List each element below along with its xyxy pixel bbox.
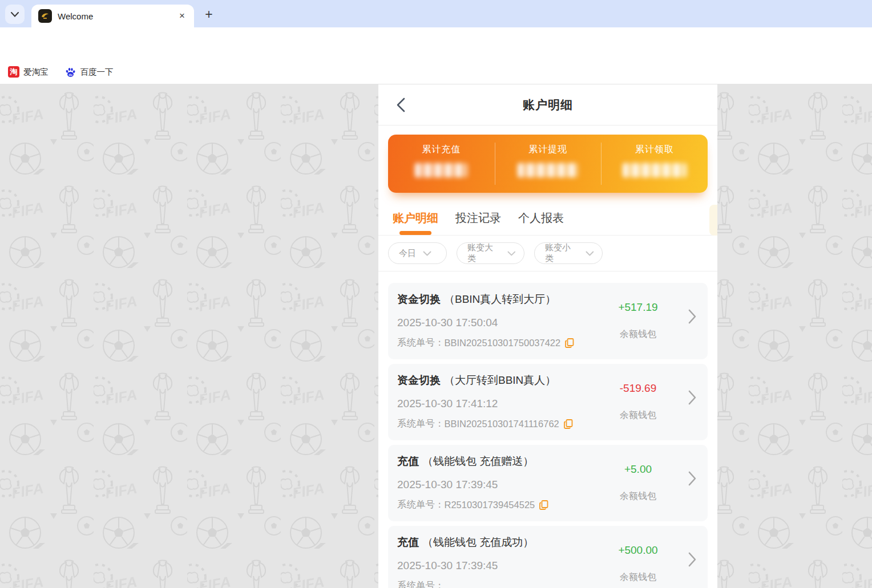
wallet-label: 余额钱包 xyxy=(598,409,678,421)
summary-card[interactable]: 累计充值 累计提现 累计领取 xyxy=(388,135,708,193)
transaction-row[interactable]: 充值 （钱能钱包 充值成功） 2025-10-30 17:39:45 系统单号：… xyxy=(388,526,708,588)
tx-datetime: 2025-10-30 17:39:45 xyxy=(397,478,699,491)
summary-label: 累计提现 xyxy=(528,144,567,156)
tx-order-label: 系统单号： xyxy=(397,417,445,430)
amount: +5.00 xyxy=(598,463,678,476)
section-tabs: 账户明细 投注记录 个人报表 xyxy=(378,210,717,236)
bookmark-label: 爱淘宝 xyxy=(23,67,49,78)
chevron-down-icon xyxy=(507,251,516,256)
transaction-list: 资金切换 （BBIN真人转到大厅） 2025-10-30 17:50:04 系统… xyxy=(378,271,717,588)
wallet-label: 余额钱包 xyxy=(598,571,678,583)
tx-datetime: 2025-10-30 17:39:45 xyxy=(397,559,699,572)
summary-claim: 累计领取 xyxy=(601,135,708,193)
tx-detail: （钱能钱包 充值成功） xyxy=(422,535,534,550)
chevron-right-icon[interactable] xyxy=(688,552,696,567)
bookmark-taobao[interactable]: 淘 爱淘宝 xyxy=(8,66,49,78)
back-chevron-icon[interactable] xyxy=(394,97,409,113)
reports-panel: 账户明细 累计充值 累计提现 累计领取 账户明细 投注记录 个人报表 今日 xyxy=(378,84,717,588)
wallet-label: 余额钱包 xyxy=(598,490,678,502)
summary-label: 累计领取 xyxy=(635,144,674,156)
tx-order-no: R2510301739454525 xyxy=(445,500,535,510)
tx-detail: （钱能钱包 充值赠送） xyxy=(422,454,534,469)
amount: +517.19 xyxy=(598,301,678,314)
amount: +500.00 xyxy=(598,544,678,557)
tx-order-label: 系统单号： xyxy=(397,336,445,349)
masked-value xyxy=(518,163,578,177)
amount: -519.69 xyxy=(598,382,678,395)
filter-date-select[interactable]: 今日 xyxy=(388,242,447,264)
tab-bet-records[interactable]: 投注记录 xyxy=(455,210,501,235)
chevron-right-icon[interactable] xyxy=(688,390,696,405)
filter-minor-type-select[interactable]: 账变小类 xyxy=(534,242,603,264)
tab-search-button[interactable] xyxy=(5,5,25,24)
tx-type: 充值 xyxy=(397,535,419,550)
copy-icon[interactable] xyxy=(565,338,574,348)
tx-order-label: 系统单号： xyxy=(397,579,445,588)
panel-header: 账户明细 xyxy=(378,84,717,125)
filter-label: 账变大类 xyxy=(467,242,500,264)
summary-deposit: 累计充值 xyxy=(388,135,495,193)
tx-type: 资金切换 xyxy=(397,292,441,307)
page-title: 账户明细 xyxy=(523,97,573,113)
new-tab-button[interactable]: + xyxy=(201,7,217,23)
site-favicon-icon xyxy=(38,9,52,23)
tab-personal-report[interactable]: 个人报表 xyxy=(518,210,564,235)
transaction-row[interactable]: 资金切换 （大厅转到BBIN真人） 2025-10-30 17:41:12 系统… xyxy=(388,364,708,440)
tab-close-icon[interactable]: × xyxy=(177,11,187,21)
tx-order-label: 系统单号： xyxy=(397,498,445,511)
tx-order-no: BBIN202510301741116762 xyxy=(445,419,559,429)
filter-label: 账变小类 xyxy=(545,242,579,264)
bookmarks-bar: 淘 爱淘宝 du 百度一下 xyxy=(0,60,872,84)
tx-detail: （大厅转到BBIN真人） xyxy=(444,373,556,388)
summary-label: 累计充值 xyxy=(422,144,461,156)
bookmark-label: 百度一下 xyxy=(80,67,114,78)
baidu-icon: du xyxy=(64,66,76,78)
filter-label: 今日 xyxy=(399,248,416,259)
tab-account-detail[interactable]: 账户明细 xyxy=(393,210,438,235)
filter-major-type-select[interactable]: 账变大类 xyxy=(457,242,524,264)
chevron-down-icon xyxy=(11,12,19,17)
tx-type: 充值 xyxy=(397,454,419,469)
wallet-label: 余额钱包 xyxy=(598,329,678,340)
tx-order-no: BBIN202510301750037422 xyxy=(445,338,561,348)
browser-tab[interactable]: Welcome × xyxy=(31,5,194,27)
transaction-row[interactable]: 资金切换 （BBIN真人转到大厅） 2025-10-30 17:50:04 系统… xyxy=(388,283,708,359)
tx-datetime: 2025-10-30 17:41:12 xyxy=(397,398,699,410)
chevron-right-icon[interactable] xyxy=(688,471,696,486)
tab-title: Welcome xyxy=(58,11,177,21)
tab-strip: Welcome × + xyxy=(0,0,872,27)
browser-toolbar: 175616.cc/reports/index xyxy=(0,27,872,60)
next-card-peek xyxy=(709,205,717,236)
filter-row: 今日 账变大类 账变小类 xyxy=(378,236,717,271)
tx-type: 资金切换 xyxy=(397,373,441,388)
taobao-icon: 淘 xyxy=(8,66,19,78)
chevron-right-icon[interactable] xyxy=(688,309,696,324)
masked-value xyxy=(623,163,687,177)
chevron-down-icon xyxy=(586,251,594,256)
masked-value xyxy=(415,163,467,177)
summary-section: 累计充值 累计提现 累计领取 xyxy=(378,125,717,193)
copy-icon[interactable] xyxy=(539,500,548,510)
transaction-row[interactable]: 充值 （钱能钱包 充值赠送） 2025-10-30 17:39:45 系统单号：… xyxy=(388,445,708,521)
summary-withdraw: 累计提现 xyxy=(495,135,601,193)
bookmark-baidu[interactable]: du 百度一下 xyxy=(64,66,114,78)
svg-text:du: du xyxy=(68,72,72,76)
tx-datetime: 2025-10-30 17:50:04 xyxy=(397,317,699,329)
copy-icon[interactable] xyxy=(564,419,573,429)
chevron-down-icon xyxy=(423,251,431,256)
tx-detail: （BBIN真人转到大厅） xyxy=(444,292,556,307)
